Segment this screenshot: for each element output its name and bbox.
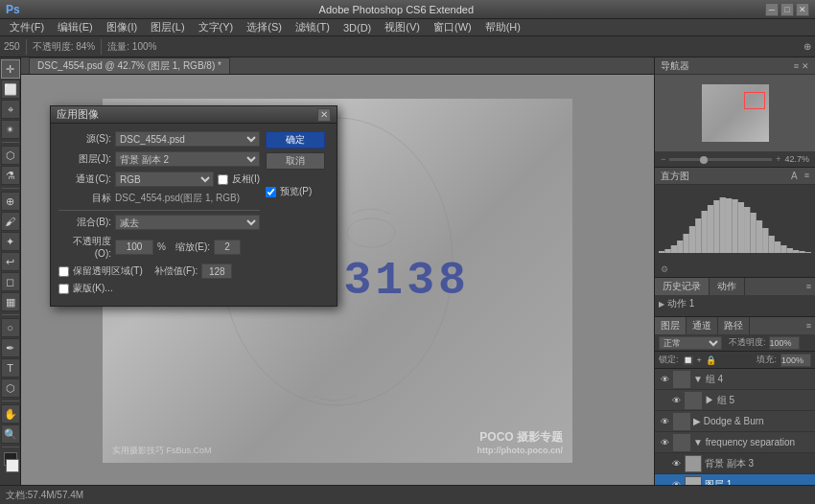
dialog-ok-button[interactable]: 确定 xyxy=(266,131,325,149)
dialog-sep xyxy=(58,210,260,211)
scale-input[interactable] xyxy=(214,240,241,255)
blend-mode-select[interactable]: 正常 xyxy=(659,336,722,350)
tab-history[interactable]: 历史记录 xyxy=(655,278,710,295)
tab-channels[interactable]: 通道 xyxy=(687,317,718,334)
navigator-content[interactable] xyxy=(655,75,815,151)
crop-tool[interactable]: ⬡ xyxy=(1,146,20,165)
menu-view[interactable]: 视图(V) xyxy=(379,19,426,35)
layer-thumbnail xyxy=(673,413,690,430)
layer-name: ▼ 组 4 xyxy=(693,373,811,386)
menu-3d[interactable]: 3D(D) xyxy=(338,21,377,34)
layer-visibility-icon[interactable]: 👁 xyxy=(659,437,670,448)
navigator-menu-btn[interactable]: ≡ xyxy=(794,61,799,71)
history-brush[interactable]: ↩ xyxy=(1,252,20,271)
zoom-slider-track[interactable] xyxy=(669,158,772,161)
navigator-close-btn[interactable]: ✕ xyxy=(802,61,809,71)
tab-paths[interactable]: 路径 xyxy=(718,317,750,334)
channel-select[interactable]: RGB xyxy=(115,172,214,187)
invert-checkbox[interactable] xyxy=(218,174,228,185)
histogram-menu-btn[interactable]: ≡ xyxy=(804,171,809,181)
healing-tool[interactable]: ⊕ xyxy=(1,192,20,211)
hand-tool[interactable]: ✋ xyxy=(1,404,20,424)
layers-menu-btn[interactable]: ≡ xyxy=(803,321,815,331)
zoom-display: 42.7% xyxy=(784,154,809,164)
lock-icon3[interactable]: 🔒 xyxy=(706,355,716,365)
menu-layer[interactable]: 图层(L) xyxy=(145,19,190,35)
maximize-button[interactable]: □ xyxy=(780,3,794,16)
blending-row: 混合(B): 减去 xyxy=(58,215,260,230)
lock-icon2[interactable]: + xyxy=(697,355,702,365)
navigator-panel: 导航器 ≡ ✕ − + 42.7% xyxy=(655,57,815,168)
dialog-close-button[interactable]: ✕ xyxy=(317,108,331,122)
zoom-slider-thumb[interactable] xyxy=(700,156,708,164)
history-menu-btn[interactable]: ≡ xyxy=(803,282,815,291)
zoom-plus[interactable]: + xyxy=(776,154,780,164)
window-controls: ─ □ ✕ xyxy=(765,3,809,16)
lock-icon[interactable]: 🔲 xyxy=(683,355,693,365)
title-bar: Ps Adobe Photoshop CS6 Extended ─ □ ✕ xyxy=(0,0,815,19)
source-select[interactable]: DSC_4554.psd xyxy=(115,131,260,147)
path-tool[interactable]: ⬡ xyxy=(1,378,20,398)
list-item[interactable]: ▶ 拍片 xyxy=(655,312,815,316)
tab-layers[interactable]: 图层 xyxy=(655,317,687,334)
menu-image[interactable]: 图像(I) xyxy=(101,19,143,35)
menu-window[interactable]: 窗口(W) xyxy=(428,19,477,35)
eraser-tool[interactable]: ◻ xyxy=(1,272,20,291)
offset-label: 补偿值(F): xyxy=(154,264,198,278)
menu-filter[interactable]: 滤镜(T) xyxy=(290,19,336,35)
dodge-tool[interactable]: ○ xyxy=(1,318,20,337)
target-label: 目标 xyxy=(58,192,111,205)
layer-item[interactable]: 👁 ▶ 组 5 xyxy=(655,390,815,411)
offset-input[interactable] xyxy=(201,263,232,279)
menu-help[interactable]: 帮助(H) xyxy=(479,19,526,35)
options-bar: 250 不透明度: 84% 流量: 100% ⊕ xyxy=(0,36,815,57)
zoom-minus[interactable]: − xyxy=(661,154,665,164)
magic-wand-tool[interactable]: ✴ xyxy=(1,120,20,139)
layer-item[interactable]: 👁 ▼ frequency separation xyxy=(655,432,815,453)
gradient-tool[interactable]: ▦ xyxy=(1,292,20,311)
brush-tool[interactable]: 🖌 xyxy=(1,212,20,231)
text-tool[interactable]: T xyxy=(1,358,20,378)
layer-item[interactable]: 👁 背景 副本 3 xyxy=(655,453,815,474)
preserve-trans-checkbox[interactable] xyxy=(58,266,69,277)
opacity-input[interactable] xyxy=(769,336,800,350)
layer-item[interactable]: 👁 ▼ 组 4 xyxy=(655,369,815,390)
preview-checkbox[interactable] xyxy=(266,187,276,197)
layer-select[interactable]: 背景 副本 2 xyxy=(115,151,260,167)
zoom-tool[interactable]: 🔍 xyxy=(1,424,20,444)
layer-visibility-icon[interactable]: 👁 xyxy=(659,416,670,427)
background-color[interactable] xyxy=(6,459,19,472)
minimize-button[interactable]: ─ xyxy=(765,3,779,16)
lasso-tool[interactable]: ⌖ xyxy=(1,100,20,119)
close-button[interactable]: ✕ xyxy=(796,3,809,16)
stamp-tool[interactable]: ✦ xyxy=(1,232,20,251)
pen-tool[interactable]: ✒ xyxy=(1,338,20,357)
layer-item[interactable]: 👁 ▶ Dodge & Burn xyxy=(655,411,815,432)
layer-visibility-icon[interactable]: 👁 xyxy=(659,374,670,385)
marquee-tool[interactable]: ⬜ xyxy=(1,80,20,99)
move-tool[interactable]: ✛ xyxy=(1,59,20,79)
tab-actions[interactable]: 动作 xyxy=(710,278,745,295)
layer-visibility-icon[interactable]: 👁 xyxy=(670,458,682,470)
fill-label: 填充: xyxy=(757,354,777,366)
list-item[interactable]: ▶ 动作 1 xyxy=(655,295,815,312)
canvas-tab-label[interactable]: DSC_4554.psd @ 42.7% (图层 1, RGB/8) * xyxy=(29,57,230,74)
svg-rect-27 xyxy=(805,252,811,253)
svg-rect-21 xyxy=(768,236,774,253)
menu-edit[interactable]: 编辑(E) xyxy=(52,19,99,35)
eyedropper-tool[interactable]: ⚗ xyxy=(1,166,20,185)
opacity-row: 不透明度(O): % 缩放(E): xyxy=(58,235,260,259)
mask-checkbox[interactable] xyxy=(58,284,69,294)
menu-text[interactable]: 文字(Y) xyxy=(193,19,240,35)
history-item-label: 动作 1 xyxy=(667,297,694,310)
layers-list: 👁 ▼ 组 4 👁 ▶ 组 5 👁 ▶ Dodge & Burn xyxy=(655,369,815,487)
dialog-cancel-button[interactable]: 取消 xyxy=(266,152,325,170)
opacity-input[interactable] xyxy=(115,240,153,255)
menu-file[interactable]: 文件(F) xyxy=(4,19,50,35)
channel-row: 通道(C): RGB 反相(I) xyxy=(58,172,260,187)
layer-visibility-icon[interactable]: 👁 xyxy=(670,395,682,406)
layers-toolbar: 正常 不透明度: xyxy=(655,334,815,352)
fill-input[interactable] xyxy=(780,354,811,367)
blending-select[interactable]: 减去 xyxy=(115,215,260,230)
menu-select[interactable]: 选择(S) xyxy=(241,19,288,35)
